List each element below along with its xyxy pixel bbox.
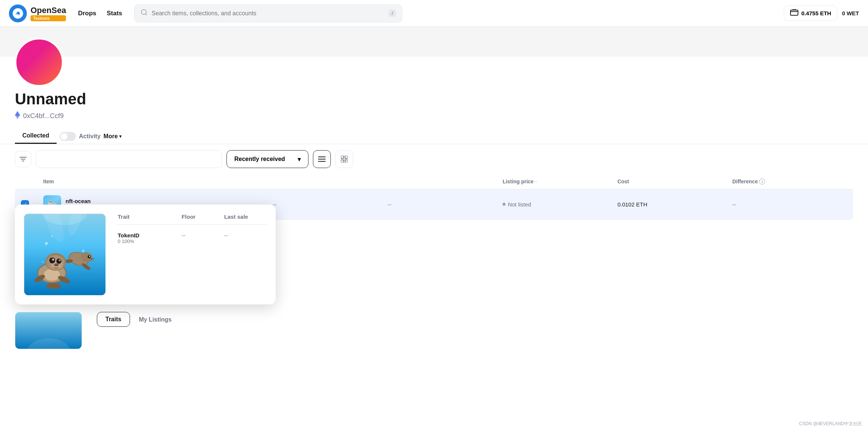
banner-area	[0, 27, 868, 57]
avatar	[15, 38, 63, 86]
popup-card: Trait Floor Last sale TokenID 0 100%	[15, 205, 276, 304]
logo-name: OpenSea	[31, 6, 66, 15]
col-header-item: Item	[43, 178, 273, 184]
svg-point-42	[54, 263, 58, 266]
grid-view-button[interactable]	[335, 150, 353, 168]
svg-point-38	[52, 259, 53, 260]
col-header-diff: Difference i	[732, 178, 847, 184]
svg-point-39	[56, 259, 61, 264]
popup-area: Trait Floor Last sale TokenID 0 100%	[0, 205, 868, 304]
search-icon	[140, 9, 148, 18]
svg-point-19	[42, 261, 44, 263]
svg-rect-8	[341, 156, 343, 158]
svg-point-0	[142, 10, 146, 15]
wet-balance: 0 WET	[842, 10, 859, 16]
profile-info: Unnamed 0xC4bf...Ccf9	[15, 57, 853, 121]
main-content: Unnamed 0xC4bf...Ccf9 Collected Activity	[0, 27, 868, 433]
col-header-cost: Cost	[617, 178, 732, 184]
header: OpenSea Testnets Drops Stats /	[0, 0, 868, 27]
popup-floor-val: --	[181, 232, 224, 244]
eth-balance: 0.4755 ETH	[801, 10, 831, 16]
tab-my-listings[interactable]: My Listings	[130, 312, 181, 329]
popup-lastsale-col: Last sale	[224, 214, 267, 220]
svg-rect-10	[341, 160, 343, 162]
toggle-switch[interactable]	[60, 132, 76, 141]
svg-point-16	[45, 242, 48, 245]
svg-point-17	[51, 235, 53, 237]
tab-activity[interactable]: Activity	[79, 133, 101, 140]
popup-trait-name: TokenID	[118, 232, 181, 238]
svg-rect-9	[345, 156, 348, 158]
profile-header: Unnamed 0xC4bf...Ccf9	[0, 57, 868, 121]
controls-row: Recently received ▾	[15, 150, 853, 168]
search-shortcut: /	[389, 10, 396, 17]
chevron-down-icon: ▾	[298, 156, 301, 163]
svg-point-18	[82, 250, 85, 252]
wallet-icon	[790, 9, 798, 18]
watermark: CSDN @4EVERLAND中文社区	[799, 421, 862, 427]
wallet-area: 0.4755 ETH 0 WET	[784, 6, 859, 21]
popup-trait-col: Trait	[118, 214, 181, 220]
bottom-section: Traits My Listings	[0, 304, 868, 357]
list-view-button[interactable]	[313, 150, 331, 168]
svg-point-41	[59, 260, 60, 261]
testnet-badge: Testnets	[31, 15, 66, 21]
logo-area: OpenSea Testnets	[9, 4, 66, 22]
sort-label: Recently received	[234, 156, 285, 162]
col-header-listing[interactable]: Listing price ↑	[503, 178, 617, 184]
tab-more[interactable]: More ▾	[104, 133, 121, 140]
nav-links: Drops Stats	[78, 10, 122, 17]
item-tabs: Traits My Listings	[97, 312, 181, 349]
search-bar: /	[134, 4, 402, 22]
popup-trait-info: TokenID 0 100%	[118, 232, 181, 244]
tab-collected[interactable]: Collected	[15, 129, 57, 144]
profile-address: 0xC4bf...Ccf9	[15, 111, 853, 121]
item-name: nft-ocean	[66, 198, 93, 204]
popup-trait-pct: 0 100%	[118, 238, 181, 244]
tabs-bar: Collected Activity More ▾	[0, 121, 868, 144]
address-text: 0xC4bf...Ccf9	[23, 112, 64, 120]
popup-table-header: Trait Floor Last sale	[118, 214, 267, 225]
svg-rect-12	[24, 214, 105, 295]
opensea-logo-icon[interactable]	[9, 4, 27, 22]
search-input[interactable]	[152, 10, 385, 17]
tab-traits[interactable]: Traits	[97, 312, 130, 327]
nav-stats[interactable]: Stats	[107, 10, 123, 17]
sort-dropdown[interactable]: Recently received ▾	[226, 150, 308, 168]
seal-illustration	[24, 214, 105, 295]
chevron-down-icon: ▾	[119, 134, 121, 139]
eth-logo-icon	[15, 111, 20, 121]
svg-point-49	[46, 283, 61, 289]
nav-drops[interactable]: Drops	[78, 10, 96, 17]
popup-floor-col: Floor	[181, 214, 224, 220]
table-header: Item Listing price ↑ Cost Difference i	[15, 174, 853, 189]
svg-rect-1	[791, 10, 798, 15]
svg-rect-11	[345, 160, 348, 162]
svg-point-32	[44, 269, 60, 281]
popup-table: Trait Floor Last sale TokenID 0 100%	[106, 214, 267, 295]
sort-arrow-icon: ↑	[535, 180, 537, 184]
info-icon: i	[759, 178, 765, 184]
popup-table-row: TokenID 0 100% -- --	[118, 229, 267, 247]
filter-button[interactable]	[15, 151, 31, 167]
item-search-input[interactable]	[36, 150, 222, 168]
popup-image	[24, 214, 106, 295]
item-preview-thumbnail	[15, 312, 82, 349]
wallet-button[interactable]: 0.4755 ETH	[784, 6, 837, 21]
popup-lastsale-val: --	[224, 232, 267, 244]
logo-text-block: OpenSea Testnets	[31, 6, 66, 21]
profile-name: Unnamed	[15, 90, 853, 108]
page-wrapper: OpenSea Testnets Drops Stats /	[0, 27, 868, 433]
